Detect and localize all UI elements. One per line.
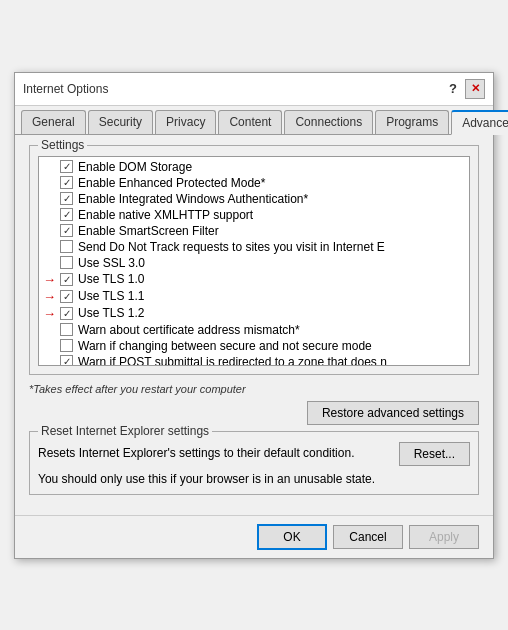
list-item[interactable]: Use SSL 3.0 <box>39 255 469 271</box>
title-bar-controls: ? ✕ <box>449 79 485 99</box>
reset-warning: You should only use this if your browser… <box>38 472 470 486</box>
list-item[interactable]: →Use TLS 1.0 <box>39 271 469 288</box>
arrow-indicator: → <box>43 272 56 287</box>
checkbox[interactable] <box>60 273 73 286</box>
setting-label: Enable native XMLHTTP support <box>78 208 253 222</box>
list-item[interactable]: Enable SmartScreen Filter <box>39 223 469 239</box>
checkbox[interactable] <box>60 307 73 320</box>
reset-description: Resets Internet Explorer's settings to t… <box>38 445 389 462</box>
settings-list-container[interactable]: Enable DOM StorageEnable Enhanced Protec… <box>38 156 470 366</box>
checkbox[interactable] <box>60 339 73 352</box>
main-content: Settings Enable DOM StorageEnable Enhanc… <box>15 135 493 515</box>
list-item[interactable]: Send Do Not Track requests to sites you … <box>39 239 469 255</box>
tab-programs[interactable]: Programs <box>375 110 449 134</box>
window-title: Internet Options <box>23 82 108 96</box>
setting-label: Use SSL 3.0 <box>78 256 145 270</box>
setting-label: Warn if POST submittal is redirected to … <box>78 355 387 365</box>
title-bar: Internet Options ? ✕ <box>15 73 493 106</box>
close-button[interactable]: ✕ <box>465 79 485 99</box>
help-icon[interactable]: ? <box>449 81 457 96</box>
ok-button[interactable]: OK <box>257 524 327 550</box>
tab-privacy[interactable]: Privacy <box>155 110 216 134</box>
checkbox[interactable] <box>60 256 73 269</box>
reset-button[interactable]: Reset... <box>399 442 470 466</box>
setting-label: Enable Integrated Windows Authentication… <box>78 192 308 206</box>
checkbox[interactable] <box>60 192 73 205</box>
settings-group: Settings Enable DOM StorageEnable Enhanc… <box>29 145 479 375</box>
list-item[interactable]: Enable native XMLHTTP support <box>39 207 469 223</box>
tabs-bar: GeneralSecurityPrivacyContentConnections… <box>15 106 493 135</box>
internet-options-dialog: Internet Options ? ✕ GeneralSecurityPriv… <box>14 72 494 559</box>
checkbox[interactable] <box>60 290 73 303</box>
reset-group: Reset Internet Explorer settings Resets … <box>29 431 479 495</box>
restart-note: *Takes effect after you restart your com… <box>29 383 479 395</box>
checkbox[interactable] <box>60 160 73 173</box>
list-item[interactable]: →Use TLS 1.2 <box>39 305 469 322</box>
restore-btn-row: Restore advanced settings <box>29 401 479 425</box>
list-item[interactable]: Enable Enhanced Protected Mode* <box>39 175 469 191</box>
cancel-button[interactable]: Cancel <box>333 525 403 549</box>
setting-label: Enable Enhanced Protected Mode* <box>78 176 265 190</box>
tab-content[interactable]: Content <box>218 110 282 134</box>
list-item[interactable]: Enable Integrated Windows Authentication… <box>39 191 469 207</box>
setting-label: Enable DOM Storage <box>78 160 192 174</box>
settings-group-label: Settings <box>38 138 87 152</box>
checkbox[interactable] <box>60 224 73 237</box>
apply-button[interactable]: Apply <box>409 525 479 549</box>
tab-advanced[interactable]: Advanced <box>451 110 508 135</box>
tab-security[interactable]: Security <box>88 110 153 134</box>
scroll-right-button[interactable]: › <box>453 365 469 366</box>
restore-advanced-button[interactable]: Restore advanced settings <box>307 401 479 425</box>
checkbox[interactable] <box>60 176 73 189</box>
setting-label: Use TLS 1.2 <box>78 306 144 320</box>
bottom-bar: OK Cancel Apply <box>15 515 493 558</box>
horizontal-scrollbar[interactable]: ‹ › <box>39 365 469 366</box>
tab-connections[interactable]: Connections <box>284 110 373 134</box>
setting-label: Use TLS 1.0 <box>78 272 144 286</box>
list-item[interactable]: Enable DOM Storage <box>39 159 469 175</box>
checkbox[interactable] <box>60 208 73 221</box>
reset-group-label: Reset Internet Explorer settings <box>38 424 212 438</box>
reset-row: Resets Internet Explorer's settings to t… <box>38 442 470 466</box>
setting-label: Warn about certificate address mismatch* <box>78 323 300 337</box>
arrow-indicator: → <box>43 306 56 321</box>
setting-label: Send Do Not Track requests to sites you … <box>78 240 385 254</box>
settings-list[interactable]: Enable DOM StorageEnable Enhanced Protec… <box>39 157 469 365</box>
setting-label: Use TLS 1.1 <box>78 289 144 303</box>
checkbox[interactable] <box>60 240 73 253</box>
setting-label: Enable SmartScreen Filter <box>78 224 219 238</box>
list-item[interactable]: →Use TLS 1.1 <box>39 288 469 305</box>
tab-general[interactable]: General <box>21 110 86 134</box>
list-item[interactable]: Warn if POST submittal is redirected to … <box>39 354 469 365</box>
scroll-left-button[interactable]: ‹ <box>39 365 55 366</box>
list-item[interactable]: Warn if changing between secure and not … <box>39 338 469 354</box>
list-item[interactable]: Warn about certificate address mismatch* <box>39 322 469 338</box>
checkbox[interactable] <box>60 323 73 336</box>
checkbox[interactable] <box>60 355 73 365</box>
setting-label: Warn if changing between secure and not … <box>78 339 372 353</box>
arrow-indicator: → <box>43 289 56 304</box>
